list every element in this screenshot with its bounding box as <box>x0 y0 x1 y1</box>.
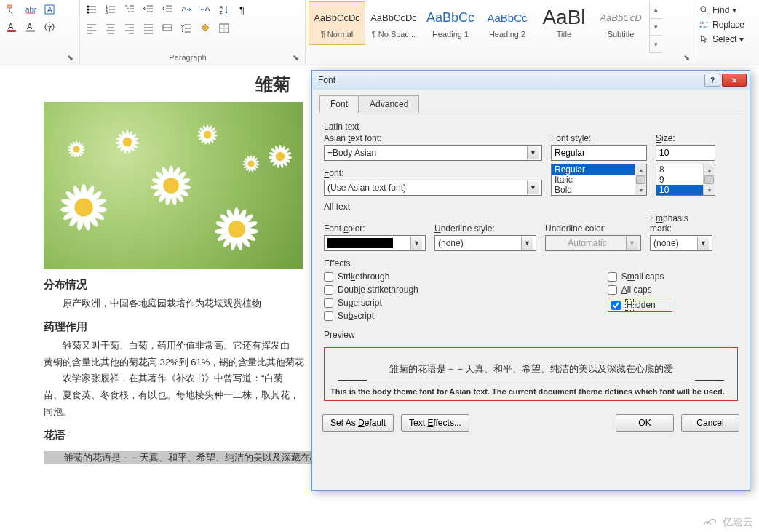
all-text-group-label: All text <box>324 202 738 212</box>
svg-text:A: A <box>182 5 186 12</box>
font-group-dialog-launcher[interactable]: ⬊ <box>3 53 76 63</box>
cancel-button[interactable]: Cancel <box>681 414 739 432</box>
text-effects-button[interactable]: Text Effects... <box>401 414 469 432</box>
font-style-label: Font style: <box>551 133 647 143</box>
doc-image-daisies <box>44 102 303 269</box>
editing-group: Find ▾ abacReplace Select ▾ <box>696 0 759 65</box>
select-button[interactable]: Select ▾ <box>699 32 756 47</box>
style-item-title[interactable]: AaBlTitle <box>536 1 592 45</box>
font-combo[interactable]: (Use Asian text font)▼ <box>324 180 542 196</box>
svg-text:字: 字 <box>47 24 53 31</box>
rtl-direction-button[interactable]: A <box>196 1 214 17</box>
decrease-indent-button[interactable] <box>140 1 157 17</box>
svg-rect-6 <box>26 30 35 32</box>
font-label: Font: <box>324 168 542 178</box>
replace-button[interactable]: abacReplace <box>699 17 756 32</box>
paragraph-group-label: Paragraph <box>169 53 206 62</box>
styles-gallery-expand[interactable]: ▴▾▾ <box>649 1 662 53</box>
svg-point-10 <box>87 9 90 11</box>
numbering-button[interactable]: 123 <box>102 1 119 17</box>
watermark: 亿速云 <box>699 516 753 529</box>
svg-text:3: 3 <box>106 10 108 15</box>
subscript-checkbox[interactable]: Subscript <box>324 311 418 321</box>
hidden-checkbox[interactable]: Hidden <box>608 298 672 312</box>
size-listbox[interactable]: 8910▴▾ <box>656 164 715 196</box>
small-caps-checkbox[interactable]: Small caps <box>608 271 672 282</box>
highlight-button[interactable]: A <box>22 19 39 35</box>
svg-text:abc: abc <box>25 6 36 14</box>
size-input[interactable] <box>656 145 715 161</box>
preview-description: This is the body theme font for Asian te… <box>330 387 731 396</box>
svg-text:Z: Z <box>220 10 223 15</box>
preview-group-label: Preview <box>324 330 738 340</box>
style-item-subtitle[interactable]: AaBbCcDSubtitle <box>592 1 649 45</box>
svg-text:A: A <box>205 5 210 12</box>
align-right-button[interactable] <box>121 20 138 36</box>
borders-button[interactable] <box>215 20 233 36</box>
svg-point-24 <box>707 522 709 524</box>
underline-color-combo: Automatic▼ <box>545 235 641 251</box>
svg-point-11 <box>87 12 90 14</box>
strikethrough-checkbox[interactable]: Strikethrough <box>324 271 418 282</box>
dialog-titlebar[interactable]: Font ? ✕ <box>312 71 750 90</box>
svg-point-21 <box>701 7 706 12</box>
help-button[interactable]: ? <box>704 74 720 87</box>
svg-rect-4 <box>7 30 16 32</box>
find-button[interactable]: Find ▾ <box>699 3 756 17</box>
increase-indent-button[interactable] <box>159 1 176 17</box>
dialog-title-text: Font <box>318 75 335 85</box>
close-button[interactable]: ✕ <box>722 74 747 87</box>
emphasis-mark-label: Emphasis mark: <box>650 213 712 234</box>
distributed-button[interactable] <box>159 20 176 36</box>
double-strikethrough-checkbox[interactable]: Double strikethrough <box>324 285 418 295</box>
font-color-button[interactable]: A <box>3 19 20 35</box>
bullets-button[interactable] <box>83 1 100 17</box>
svg-text:A: A <box>47 6 52 14</box>
justify-button[interactable] <box>140 20 157 36</box>
style-item-heading2[interactable]: AaBbCcHeading 2 <box>479 1 536 45</box>
style-item-nospac[interactable]: AaBbCcDc¶ No Spac... <box>365 1 422 45</box>
all-caps-checkbox[interactable]: All caps <box>608 285 672 295</box>
ok-button[interactable]: OK <box>616 414 674 432</box>
set-as-default-button[interactable]: Set As Default <box>322 414 394 432</box>
ltr-direction-button[interactable]: A <box>178 1 195 17</box>
tab-font[interactable]: Font <box>319 95 359 113</box>
font-color-label: Font color: <box>324 223 426 234</box>
latin-text-group-label: Latin text <box>324 122 738 132</box>
show-marks-button[interactable]: ¶ <box>234 1 252 17</box>
align-left-button[interactable] <box>83 20 100 36</box>
font-color-combo[interactable]: ▼ <box>324 235 426 251</box>
styles-dialog-launcher[interactable]: ⬊ <box>683 53 690 62</box>
asian-text-font-combo[interactable]: +Body Asian▼ <box>324 145 542 161</box>
emphasis-mark-combo[interactable]: (none)▼ <box>650 235 712 251</box>
underline-style-label: Underline style: <box>434 223 536 234</box>
character-border-button[interactable]: A <box>41 1 58 17</box>
font-style-input[interactable] <box>551 145 647 161</box>
line-spacing-button[interactable] <box>178 20 195 36</box>
align-center-button[interactable] <box>102 20 119 36</box>
font-style-listbox[interactable]: RegularItalicBold▴▾ <box>551 164 647 196</box>
size-label: Size: <box>656 133 715 143</box>
shading-button[interactable] <box>196 20 214 36</box>
clear-formatting-button[interactable]: abc <box>22 1 39 17</box>
ribbon: abc A A A 字 ⬊ 123 A A AZ ¶ <box>0 0 759 65</box>
style-item-normal[interactable]: AaBbCcDc¶ Normal <box>309 1 365 45</box>
superscript-checkbox[interactable]: Superscript <box>324 298 418 308</box>
effects-group-label: Effects <box>324 258 738 269</box>
font-dialog: Font ? ✕ Font Advanced Latin text Asian … <box>311 70 750 491</box>
svg-text:ac: ac <box>703 25 707 29</box>
svg-text:ab: ab <box>700 20 704 25</box>
asian-text-font-label: Asian text font: <box>324 133 542 143</box>
format-painter-button[interactable] <box>3 1 20 17</box>
doc-selected-text[interactable]: 雏菊的花语是－－天真、和平、希望、纯洁的美以及深藏在心底的爱 <box>44 451 349 464</box>
sort-button[interactable]: AZ <box>215 1 233 17</box>
preview-frame: 雏菊的花语是－－天真、和平、希望、纯洁的美以及深藏在心底的爱 This is t… <box>324 347 738 401</box>
style-item-heading1[interactable]: AaBbCcHeading 1 <box>422 1 479 45</box>
enclose-characters-button[interactable]: 字 <box>41 19 58 35</box>
svg-text:¶: ¶ <box>239 4 245 15</box>
multilevel-list-button[interactable] <box>121 1 138 17</box>
preview-sample-text: 雏菊的花语是－－天真、和平、希望、纯洁的美以及深藏在心底的爱 <box>345 357 717 381</box>
paragraph-dialog-launcher[interactable]: ⬊ <box>293 53 299 63</box>
svg-text:A: A <box>27 22 33 31</box>
underline-style-combo[interactable]: (none)▼ <box>434 235 536 251</box>
